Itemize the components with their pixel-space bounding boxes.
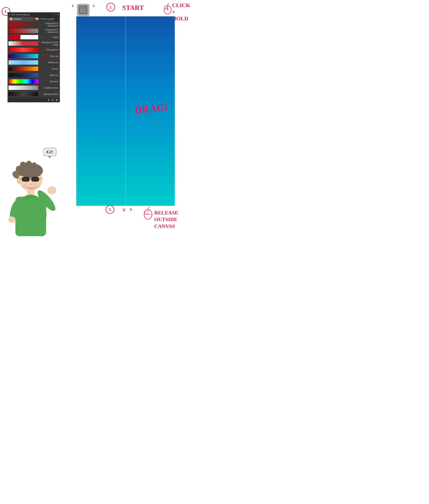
sparkle-svg	[130, 205, 140, 213]
panel-save-icon[interactable]: ⬇	[47, 98, 50, 101]
panel-bottom-toolbar: ⬇ ⊕ 🗑	[8, 97, 60, 102]
freeform-tab-icon	[35, 18, 38, 20]
gradient-swatch-0	[9, 22, 38, 27]
sub-tool-panel: ≡ Sub Tool [Gradient] — ✕ Gradient Freef…	[8, 12, 60, 102]
gradient-name-2: Stripe	[38, 36, 59, 38]
svg-point-29	[30, 184, 32, 185]
gradient-name-5: Blue sky	[38, 55, 59, 57]
gradient-list: Foreground to transparent Foreground to …	[8, 21, 60, 97]
gradient-swatch-6	[9, 60, 38, 65]
svg-marker-4	[93, 6, 95, 7]
gradient-item-7[interactable]: Sunset	[8, 66, 60, 72]
gradient-item-0[interactable]: Foreground to transparent	[8, 21, 60, 28]
panel-title: Sub Tool [Gradient]	[11, 13, 29, 16]
canvas-divider-line	[125, 16, 126, 206]
mouse-icon-top	[162, 3, 173, 15]
gradient-tab-icon	[9, 18, 12, 20]
svg-rect-25	[31, 177, 39, 182]
gradient-name-1: Foreground to background	[38, 28, 59, 33]
gradient-tool-inner-icon	[79, 6, 87, 14]
panel-titlebar: ≡ Sub Tool [Gradient] — ✕	[8, 12, 60, 17]
svg-point-41	[8, 216, 15, 223]
gradient-item-3[interactable]: Background color stripe	[8, 40, 60, 47]
annotation-circle-2: 2.	[106, 3, 115, 11]
down-arrow-annotation: V	[123, 208, 125, 213]
gradient-swatch-5	[9, 54, 38, 58]
start-annotation-text: START	[122, 4, 144, 11]
tab-freeform[interactable]: Freeform gradie	[34, 17, 60, 21]
svg-rect-24	[22, 177, 30, 182]
panel-close-icon[interactable]: ✕	[56, 13, 59, 16]
svg-line-7	[130, 208, 132, 210]
gradient-swatch-3	[9, 41, 38, 46]
release-annotation-text: RELEASE OUTSIDE CANVAS	[154, 210, 178, 230]
gradient-swatch-10	[9, 86, 38, 90]
svg-line-8	[130, 210, 132, 211]
svg-point-31	[35, 185, 40, 188]
tab-gradient[interactable]: Gradient	[8, 17, 34, 21]
gradient-name-6: Midday sky	[38, 61, 59, 64]
gradient-swatch-1	[9, 29, 38, 33]
gradient-name-9: Rainbow	[38, 80, 59, 83]
gradient-item-10[interactable]: Gradient erase	[8, 85, 60, 91]
ez-text: EZ!	[46, 150, 54, 154]
svg-point-30	[22, 185, 27, 188]
panel-menu-icon[interactable]: ≡	[9, 13, 10, 16]
svg-point-39	[48, 190, 55, 194]
gradient-item-2[interactable]: Stripe	[8, 34, 60, 40]
tab-gradient-label: Gradient	[13, 18, 21, 20]
gradient-swatch-9	[9, 79, 38, 84]
gradient-swatch-11	[9, 92, 38, 96]
gradient-swatch-4	[9, 48, 38, 52]
gradient-name-3: Background color stripe	[38, 41, 59, 46]
gradient-name-11: Manga gradient	[38, 93, 59, 95]
gradient-name-4: Photosphere	[38, 49, 59, 51]
gradient-item-6[interactable]: Midday sky	[8, 59, 60, 66]
gradient-name-10: Gradient erase	[38, 87, 59, 89]
gradient-swatch-2	[9, 35, 38, 39]
gradient-swatch-7	[9, 67, 38, 71]
gradient-name-8: Night sky	[38, 74, 59, 76]
tab-freeform-label: Freeform gradie	[39, 18, 54, 20]
gradient-item-4[interactable]: Photosphere	[8, 47, 60, 53]
gradient-item-9[interactable]: Rainbow	[8, 78, 60, 85]
mouse-icon-bottom	[142, 207, 154, 220]
character-illustration	[0, 153, 67, 250]
gradient-name-0: Foreground to transparent	[38, 22, 59, 27]
gradient-item-5[interactable]: Blue sky	[8, 53, 60, 59]
svg-rect-32	[27, 190, 34, 195]
deco-arrows-left	[69, 4, 76, 11]
panel-copy-icon[interactable]: ⊕	[51, 98, 54, 101]
gradient-item-1[interactable]: Foreground to background	[8, 28, 60, 34]
svg-point-38	[51, 186, 55, 190]
deco-arrows-right	[90, 4, 97, 11]
panel-minimize-icon[interactable]: —	[53, 13, 55, 16]
speech-bubble: EZ!	[44, 148, 56, 156]
panel-tabs: Gradient Freeform gradie	[8, 17, 60, 21]
gradient-tool-icon-box	[77, 4, 89, 16]
svg-marker-2	[72, 6, 73, 7]
gradient-name-7: Sunset	[38, 68, 59, 70]
svg-rect-6	[167, 7, 169, 10]
gradient-item-8[interactable]: Night sky	[8, 72, 60, 78]
gradient-swatch-8	[9, 73, 38, 77]
annotation-circle-3: 3.	[106, 205, 114, 214]
gradient-item-11[interactable]: Manga gradient	[8, 91, 60, 97]
panel-delete-icon[interactable]: 🗑	[55, 98, 58, 101]
